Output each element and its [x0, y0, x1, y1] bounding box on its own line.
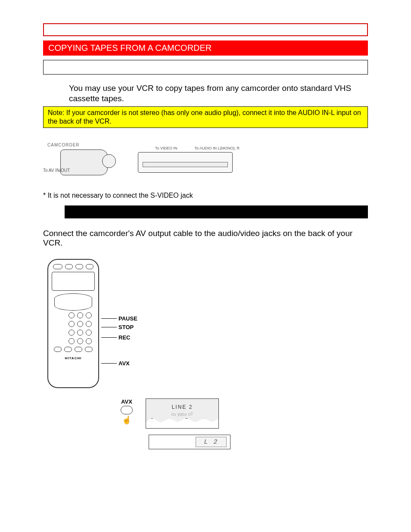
aux-button-icon — [85, 347, 93, 352]
keypad-icon — [52, 312, 95, 344]
catv-mode-button-icon — [86, 264, 93, 269]
transport-ring-icon — [54, 293, 92, 311]
avx-line2-figure: AVX ☝ LINE 2 oɔ γqoɔ oT L 2 — [121, 398, 258, 449]
avx-text-label: AVX — [121, 398, 133, 405]
section-title-text: COPYING TAPES FROM A CAMCORDER — [48, 43, 212, 53]
vcr-illustration: To VIDEO IN To AUDIO IN L(MONO), R — [138, 146, 368, 173]
osd-ghost-text: oɔ γqoɔ oT — [146, 412, 218, 417]
aux-button-icon — [64, 347, 72, 352]
svideo-footnote: * It is not necessary to connect the S-V… — [43, 192, 394, 199]
pointer-pause: PAUSE — [101, 318, 117, 319]
remote-brand-label: HITACHI — [52, 356, 95, 360]
av-inout-label: To AV IN/OUT — [43, 168, 70, 173]
tv-mode-button-icon — [75, 264, 83, 269]
vcr-mode-button-icon — [65, 264, 73, 269]
vol-ch-pad-icon — [52, 272, 95, 291]
pointer-pause-label: PAUSE — [118, 315, 137, 322]
vcr-icon — [138, 152, 233, 173]
pointer-stop-label: STOP — [118, 324, 134, 330]
remote-body-icon: HITACHI — [47, 259, 99, 388]
intro-paragraph: You may use your VCR to copy tapes from … — [69, 83, 368, 104]
to-audio-in-label: To AUDIO IN L(MONO), R — [195, 146, 240, 150]
redacted-black-bar — [65, 205, 368, 218]
to-video-in-label: To VIDEO IN — [155, 146, 177, 150]
vcr-front-display-illustration: L 2 — [149, 435, 230, 449]
camcorder-to-vcr-diagram: CAMCORDER To AV IN/OUT To VIDEO IN To AU… — [43, 131, 368, 187]
remote-control-diagram: HITACHI PAUSE STOP REC AVX — [43, 259, 129, 388]
decorative-red-outline-bar — [43, 23, 368, 36]
osd-line2-text: LINE 2 — [146, 404, 218, 410]
aux-button-icon — [75, 347, 82, 352]
decorative-empty-box — [43, 60, 368, 75]
aux-button-icon — [54, 347, 62, 352]
connect-instruction-text: Connect the camcorder's AV output cable … — [43, 229, 368, 248]
pointer-avx: AVX — [101, 363, 117, 364]
press-hand-icon: ☝ — [121, 415, 133, 425]
power-button-icon — [53, 264, 62, 269]
note-callout: Note: If your camcorder is not stereo (h… — [43, 106, 368, 128]
tv-osd-illustration: LINE 2 oɔ γqoɔ oT — [146, 398, 219, 429]
pointer-rec-label: REC — [118, 334, 130, 341]
camcorder-illustration: CAMCORDER To AV IN/OUT — [43, 143, 129, 175]
section-title-bar: COPYING TAPES FROM A CAMCORDER — [43, 40, 368, 56]
camcorder-label: CAMCORDER — [47, 143, 80, 147]
lcd-readout: L 2 — [196, 437, 227, 447]
avx-button-figure: AVX ☝ — [121, 398, 133, 425]
manual-page: COPYING TAPES FROM A CAMCORDER You may u… — [0, 0, 411, 475]
pointer-avx-label: AVX — [118, 360, 130, 367]
pointer-rec: REC — [101, 337, 117, 338]
avx-button-icon — [121, 406, 133, 414]
pointer-stop: STOP — [101, 327, 117, 327]
